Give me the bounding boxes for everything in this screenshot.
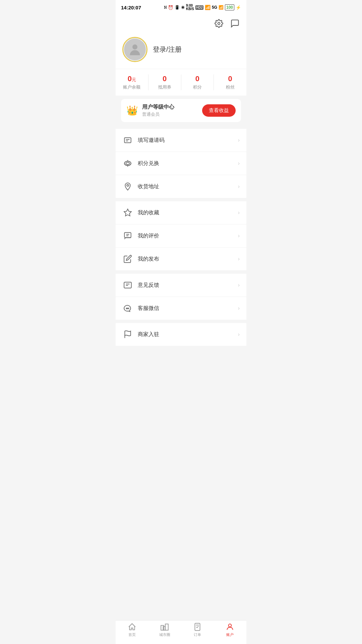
svg-point-20: [126, 308, 127, 309]
menu-section-4: 商家入驻 ›: [116, 323, 246, 346]
stat-balance[interactable]: 0元 账户余额: [116, 74, 148, 90]
message-button[interactable]: [229, 17, 241, 30]
stat-points-label: 积分: [181, 84, 214, 90]
reviews-icon: [122, 230, 133, 241]
menu-section-3: 意见反馈 › 客服微信 ›: [116, 274, 246, 320]
nav-account-label: 账户: [226, 632, 234, 637]
svg-rect-25: [165, 624, 168, 630]
stat-voucher[interactable]: 0 抵用券: [148, 74, 181, 90]
merchant-arrow: ›: [238, 331, 240, 337]
status-bar: 14:20:07 𝙽 ⏰ 📳 ✳ 9:00KB/S HD2 📶 5G 📶 100…: [116, 0, 246, 15]
invite-code-label: 填写邀请码: [138, 137, 238, 144]
menu-item-points-exchange[interactable]: 积分兑换 ›: [116, 152, 246, 175]
stat-points[interactable]: 0 积分: [181, 74, 214, 90]
city-icon: [160, 623, 169, 631]
nav-orders-label: 订单: [194, 632, 201, 637]
status-icons: 𝙽 ⏰ 📳 ✳ 9:00KB/S HD2 📶 5G 📶 100 ⚡: [164, 4, 241, 11]
nav-account[interactable]: 账户: [214, 623, 247, 637]
svg-rect-26: [163, 627, 166, 630]
nav-home-label: 首页: [128, 632, 136, 637]
status-time: 14:20:07: [121, 5, 141, 10]
reviews-arrow: ›: [238, 233, 240, 239]
vip-left: 👑 用户等级中心 普通会员: [126, 104, 174, 117]
vip-subtitle: 普通会员: [142, 111, 174, 117]
nav-home[interactable]: 首页: [116, 623, 148, 637]
svg-point-9: [126, 162, 130, 165]
home-icon: [128, 623, 136, 631]
feedback-arrow: ›: [238, 282, 240, 288]
stat-fans-value: 0: [214, 74, 246, 83]
svg-point-35: [229, 624, 232, 627]
merchant-icon: [122, 329, 133, 340]
svg-point-12: [127, 184, 128, 186]
address-arrow: ›: [238, 183, 240, 190]
svg-rect-17: [124, 282, 131, 288]
speed-icon: 9:00KB/S: [186, 4, 194, 11]
vibrate-icon: 📳: [175, 5, 180, 10]
signal-icon: 5G: [212, 5, 217, 10]
posts-icon: [122, 254, 133, 264]
favorites-arrow: ›: [238, 210, 240, 216]
menu-item-favorites[interactable]: 我的收藏 ›: [116, 201, 246, 224]
wechat-icon: [122, 303, 133, 314]
vip-title: 用户等级中心: [142, 104, 174, 111]
address-icon: [122, 181, 133, 192]
stat-voucher-label: 抵用券: [148, 84, 181, 90]
view-earnings-button[interactable]: 查看收益: [202, 104, 236, 117]
top-action-bar: [116, 15, 246, 34]
menu-item-feedback[interactable]: 意见反馈 ›: [116, 274, 246, 297]
charging-icon: ⚡: [236, 5, 241, 10]
nfc-icon: 𝙽: [164, 5, 167, 10]
menu-item-invite-code[interactable]: 填写邀请码 ›: [116, 129, 246, 152]
menu-section-1: 填写邀请码 › 积分兑换 › 收货地址 ›: [116, 129, 246, 198]
svg-rect-14: [124, 233, 131, 238]
merchant-label: 商家入驻: [138, 331, 238, 338]
menu-item-merchant[interactable]: 商家入驻 ›: [116, 323, 246, 346]
signal2-icon: 📶: [219, 5, 224, 10]
profile-section: 登录/注册: [116, 34, 246, 69]
svg-point-21: [127, 308, 128, 309]
feedback-label: 意见反馈: [138, 282, 238, 289]
svg-marker-13: [124, 209, 131, 216]
vip-texts: 用户等级中心 普通会员: [142, 104, 174, 117]
stat-fans[interactable]: 0 粉丝: [214, 74, 246, 90]
points-exchange-label: 积分兑换: [138, 160, 238, 167]
invite-code-icon: [122, 135, 133, 146]
svg-point-22: [128, 308, 129, 309]
menu-item-customer-wechat[interactable]: 客服微信 ›: [116, 297, 246, 320]
stat-balance-label: 账户余额: [116, 84, 148, 90]
menu-item-posts[interactable]: 我的发布 ›: [116, 248, 246, 270]
reviews-label: 我的评价: [138, 232, 238, 239]
menu-item-address[interactable]: 收货地址 ›: [116, 175, 246, 198]
hd2-icon: HD2: [195, 5, 203, 10]
orders-icon: [193, 623, 202, 631]
alarm-icon: ⏰: [168, 5, 173, 10]
login-register-button[interactable]: 登录/注册: [153, 45, 182, 54]
address-label: 收货地址: [138, 183, 238, 190]
stat-voucher-value: 0: [148, 74, 181, 83]
posts-label: 我的发布: [138, 256, 238, 263]
wifi-icon: 📶: [205, 5, 210, 10]
stat-fans-label: 粉丝: [214, 84, 246, 90]
crown-icon: 👑: [126, 105, 138, 116]
stat-balance-value: 0元: [116, 74, 148, 83]
svg-point-4: [132, 45, 137, 50]
favorites-icon: [122, 207, 133, 218]
feedback-icon: [122, 280, 133, 290]
nav-city[interactable]: 城市圈: [148, 623, 181, 637]
bluetooth-icon: ✳: [181, 5, 185, 10]
battery-icon: 100: [225, 4, 234, 10]
account-icon: [226, 623, 234, 631]
favorites-label: 我的收藏: [138, 209, 238, 216]
svg-point-0: [218, 22, 220, 25]
menu-section-2: 我的收藏 › 我的评价 › 我的发布 ›: [116, 201, 246, 270]
nav-orders[interactable]: 订单: [181, 623, 214, 637]
avatar[interactable]: [122, 37, 147, 62]
customer-wechat-label: 客服微信: [138, 305, 238, 312]
menu-item-reviews[interactable]: 我的评价 ›: [116, 224, 246, 248]
posts-arrow: ›: [238, 256, 240, 262]
points-exchange-arrow: ›: [238, 160, 240, 166]
vip-card: 👑 用户等级中心 普通会员 查看收益: [121, 99, 241, 122]
invite-code-arrow: ›: [238, 137, 240, 143]
settings-button[interactable]: [213, 17, 225, 30]
